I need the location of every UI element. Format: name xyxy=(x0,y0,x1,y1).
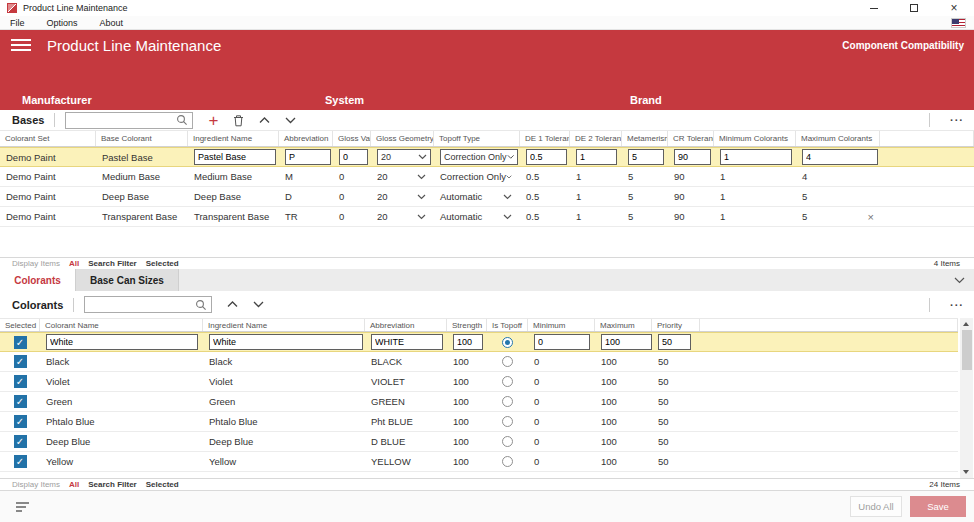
vertical-scrollbar[interactable] xyxy=(960,318,973,478)
search-icon[interactable] xyxy=(195,299,211,311)
bases-row-deep-base[interactable]: Demo PaintDeep BaseDeep BaseD020Automati… xyxy=(0,187,974,207)
maximize-button[interactable] xyxy=(894,0,934,16)
is-topoff-radio[interactable] xyxy=(502,376,513,387)
colorant-row-green[interactable]: ✓GreenGreenGREEN100010050 xyxy=(0,392,958,412)
filter-selected[interactable]: Selected xyxy=(146,259,179,268)
column-header-ingredient-name[interactable]: Ingredient Name xyxy=(203,319,365,331)
column-header-minimum[interactable]: Minimum xyxy=(528,319,595,331)
tab-base-can-sizes[interactable]: Base Can Sizes xyxy=(75,269,179,291)
tab-colorants[interactable]: Colorants xyxy=(0,269,75,291)
column-header-priority[interactable]: Priority xyxy=(652,319,700,331)
column-header-base-colorant[interactable]: Base Colorant xyxy=(96,131,188,146)
is-topoff-radio[interactable] xyxy=(502,416,513,427)
move-down-button[interactable] xyxy=(253,301,264,308)
column-header-colorant-set[interactable]: Colorant Set xyxy=(0,131,96,146)
bases-row-medium-base[interactable]: Demo PaintMedium BaseMedium BaseM020Corr… xyxy=(0,167,974,187)
bases-gloss-value-input[interactable] xyxy=(339,149,368,165)
bases-gloss-geometry-dropdown[interactable]: 20 xyxy=(377,211,434,222)
move-up-button[interactable] xyxy=(259,117,270,124)
undo-all-button[interactable]: Undo All xyxy=(850,496,902,517)
filter-all[interactable]: All xyxy=(69,259,79,268)
column-header-de-2-tolerance[interactable]: DE 2 Tolerance xyxy=(570,131,622,146)
selected-checkbox[interactable]: ✓ xyxy=(14,415,27,428)
bases-row-pastel-base[interactable]: Demo PaintPastel Base20Correction Only xyxy=(0,147,974,167)
bases-minimum-colorants-input[interactable] xyxy=(720,149,792,165)
column-header-maximum-colorants[interactable]: Maximum Colorants xyxy=(796,131,880,146)
is-topoff-radio[interactable] xyxy=(502,396,513,407)
selected-checkbox[interactable]: ✓ xyxy=(14,395,27,408)
bases-topoff-type-dropdown[interactable]: Automatic xyxy=(440,191,520,202)
bases-cr-tolerance-input[interactable] xyxy=(674,149,711,165)
is-topoff-radio[interactable] xyxy=(502,356,513,367)
save-button[interactable]: Save xyxy=(910,496,966,517)
column-header-maximum[interactable]: Maximum xyxy=(595,319,652,331)
colorant-row-black[interactable]: ✓BlackBlackBLACK100010050 xyxy=(0,352,958,372)
colorant-strength-input[interactable] xyxy=(453,334,483,350)
bases-metamerism-input[interactable] xyxy=(628,149,664,165)
menu-about[interactable]: About xyxy=(89,18,135,28)
column-header-abbreviation[interactable]: Abbreviation xyxy=(365,319,447,331)
column-header-minimum-colorants[interactable]: Minimum Colorants xyxy=(714,131,796,146)
column-header-cr-tolerance[interactable]: CR Tolerance xyxy=(668,131,714,146)
filter-search-filter[interactable]: Search Filter xyxy=(88,480,136,489)
selected-checkbox[interactable]: ✓ xyxy=(14,375,27,388)
delete-base-button[interactable] xyxy=(233,114,244,127)
bases-gloss-geometry-dropdown[interactable]: 20 xyxy=(377,171,434,182)
is-topoff-radio[interactable] xyxy=(502,436,513,447)
component-compatibility-link[interactable]: Component Compatibility xyxy=(842,40,964,51)
filter-selected[interactable]: Selected xyxy=(146,480,179,489)
is-topoff-radio[interactable] xyxy=(502,456,513,467)
bases-abbreviation-input[interactable] xyxy=(285,149,331,165)
column-header-colorant-name[interactable]: Colorant Name xyxy=(40,319,203,331)
filter-all[interactable]: All xyxy=(69,480,79,489)
colorant-row-yellow[interactable]: ✓YellowYellowYELLOW100010050 xyxy=(0,452,958,472)
colorant-maximum-input[interactable] xyxy=(601,334,652,350)
colorants-more-options-button[interactable]: ··· xyxy=(950,299,964,311)
filter-search-filter[interactable]: Search Filter xyxy=(88,259,136,268)
bases-de-2-tolerance-input[interactable] xyxy=(576,149,617,165)
column-header-ingredient-name[interactable]: Ingredient Name xyxy=(188,131,279,146)
selected-checkbox[interactable]: ✓ xyxy=(14,355,27,368)
column-header-abbreviation[interactable]: Abbreviation xyxy=(279,131,333,146)
move-up-button[interactable] xyxy=(227,301,238,308)
hamburger-menu-icon[interactable] xyxy=(11,39,31,51)
bases-topoff-type-dropdown[interactable]: Correction Only xyxy=(440,149,518,165)
scroll-up-icon[interactable] xyxy=(963,322,969,326)
bases-row-transparent-base[interactable]: Demo PaintTransparent BaseTransparent Ba… xyxy=(0,207,974,227)
colorant-row-phtalo-blue[interactable]: ✓Phtalo BluePhtalo BluePht BLUE100010050 xyxy=(0,412,958,432)
selected-checkbox[interactable]: ✓ xyxy=(14,435,27,448)
language-flag-icon[interactable] xyxy=(951,18,966,28)
notes-icon[interactable] xyxy=(16,502,29,512)
colorants-search-input[interactable] xyxy=(85,300,195,310)
bases-gloss-geometry-dropdown[interactable]: 20 xyxy=(377,191,434,202)
bases-topoff-type-dropdown[interactable]: Automatic xyxy=(440,211,520,222)
column-header-de-1-tolerance[interactable]: DE 1 Tolerance xyxy=(520,131,570,146)
colorant-row-violet[interactable]: ✓VioletVioletVIOLET100010050 xyxy=(0,372,958,392)
close-button[interactable]: × xyxy=(934,0,974,16)
bases-ingredient-name-input[interactable] xyxy=(194,149,276,165)
column-header-topoff-type[interactable]: Topoff Type xyxy=(434,131,520,146)
bases-maximum-colorants-input[interactable] xyxy=(802,149,878,165)
column-header-is-topoff[interactable]: Is Topoff xyxy=(487,319,528,331)
colorant-minimum-input[interactable] xyxy=(534,334,590,350)
selected-checkbox[interactable]: ✓ xyxy=(14,336,27,349)
bases-topoff-type-dropdown[interactable]: Correction Only xyxy=(440,171,520,182)
row-delete-icon[interactable]: × xyxy=(868,211,874,223)
colorant-colorant-name-input[interactable] xyxy=(46,334,198,350)
add-base-button[interactable]: + xyxy=(208,112,218,129)
bases-search-input[interactable] xyxy=(66,115,176,125)
column-header-metamerism[interactable]: Metamerism xyxy=(622,131,668,146)
scroll-down-icon[interactable] xyxy=(963,470,969,474)
colorant-ingredient-name-input[interactable] xyxy=(209,334,363,350)
is-topoff-radio[interactable] xyxy=(502,337,513,348)
colorant-row-deep-blue[interactable]: ✓Deep BlueDeep BlueD BLUE100010050 xyxy=(0,432,958,452)
colorant-row-white[interactable]: ✓ xyxy=(0,332,958,352)
column-header-gloss-value[interactable]: Gloss Value xyxy=(333,131,371,146)
bases-more-options-button[interactable]: ··· xyxy=(950,114,964,126)
menu-options[interactable]: Options xyxy=(36,18,89,28)
minimize-button[interactable] xyxy=(854,0,894,16)
scrollbar-thumb[interactable] xyxy=(962,330,972,370)
selected-checkbox[interactable]: ✓ xyxy=(14,455,27,468)
menu-file[interactable]: File xyxy=(0,18,36,28)
search-icon[interactable] xyxy=(176,114,192,126)
